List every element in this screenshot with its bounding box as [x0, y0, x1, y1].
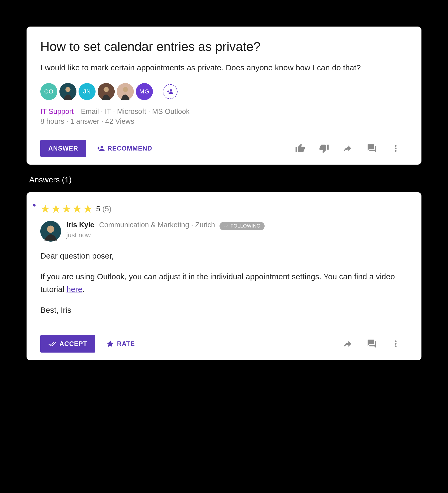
- rating-value: 5: [96, 205, 100, 213]
- accept-icon: [48, 340, 56, 348]
- accept-button[interactable]: ACCEPT: [40, 335, 95, 353]
- following-label: FOLLOWING: [231, 223, 261, 229]
- more-vert-icon: [391, 143, 401, 153]
- recommend-button[interactable]: RECOMMEND: [92, 140, 158, 157]
- more-vert-icon: [391, 339, 401, 349]
- thumbs-down-button[interactable]: [312, 143, 336, 153]
- share-icon: [343, 339, 353, 349]
- question-meta-stats: 8 hours · 1 answer · 42 Views: [40, 117, 408, 126]
- recommend-icon: [97, 144, 105, 152]
- author-dept: Communication & Marketing · Zurich: [99, 221, 215, 229]
- answers-header: Answers (1): [27, 165, 421, 192]
- author-avatar[interactable]: [40, 221, 61, 242]
- answer-button-label: ANSWER: [48, 145, 78, 152]
- answer-button[interactable]: ANSWER: [40, 140, 86, 157]
- author-name[interactable]: Iris Kyle: [66, 221, 94, 229]
- svg-point-3: [104, 87, 109, 92]
- svg-point-7: [47, 225, 54, 233]
- participant-avatar[interactable]: JN: [79, 83, 96, 100]
- question-action-bar: ANSWER RECOMMEND: [27, 132, 421, 165]
- check-icon: [224, 224, 229, 228]
- star-icon: ★: [51, 203, 61, 215]
- thumbs-up-button[interactable]: [288, 143, 312, 153]
- question-meta-tags: IT Support Email · IT · Microsoft · MS O…: [40, 108, 408, 116]
- question-category[interactable]: IT Support: [40, 108, 74, 115]
- participant-avatar[interactable]: CO: [40, 83, 57, 100]
- answer-signoff: Best, Iris: [40, 304, 408, 316]
- star-icon: [106, 340, 114, 348]
- participant-avatar[interactable]: [117, 83, 134, 100]
- star-icon: ★: [72, 203, 82, 215]
- answer-greeting: Dear question poser,: [40, 250, 408, 262]
- rate-button-label: RATE: [117, 340, 135, 348]
- accept-button-label: ACCEPT: [59, 340, 87, 348]
- answer-main-after: .: [82, 285, 84, 294]
- answer-main: If you are using Outlook, you can adjust…: [40, 270, 408, 296]
- star-icon: ★: [83, 203, 93, 215]
- tutorial-link[interactable]: here: [66, 285, 82, 294]
- thumbs-down-icon: [319, 143, 329, 153]
- question-card: How to set calendar entries as private? …: [27, 27, 421, 165]
- answer-card: ★ ★ ★ ★ ★ 5 (5) Iris Kyle Communication …: [27, 192, 421, 360]
- question-title: How to set calendar entries as private?: [40, 39, 408, 54]
- answer-rating: ★ ★ ★ ★ ★ 5 (5): [40, 203, 408, 215]
- recommend-button-label: RECOMMEND: [107, 145, 152, 152]
- comment-button[interactable]: [360, 339, 384, 349]
- more-button[interactable]: [384, 339, 408, 349]
- add-person-icon: [167, 88, 174, 95]
- comment-button[interactable]: [360, 143, 384, 153]
- answer-time: just now: [66, 231, 265, 239]
- svg-point-1: [65, 87, 70, 92]
- share-button[interactable]: [336, 143, 360, 153]
- answer-author-row: Iris Kyle Communication & Marketing · Zu…: [40, 221, 408, 242]
- answer-main-text: If you are using Outlook, you can adjust…: [40, 272, 395, 294]
- participant-avatar[interactable]: [59, 83, 76, 100]
- question-tags: Email · IT · Microsoft · MS Outlook: [81, 108, 189, 115]
- following-badge[interactable]: FOLLOWING: [219, 222, 265, 230]
- share-button[interactable]: [336, 339, 360, 349]
- unread-indicator: [33, 204, 36, 207]
- rating-count: (5): [102, 205, 111, 213]
- avatar-separator: [158, 85, 158, 98]
- avatar-photo: [40, 221, 61, 242]
- participant-avatar[interactable]: [98, 83, 115, 100]
- question-avatars: COJNMG: [40, 83, 408, 100]
- question-body: I would like to mark certain appointment…: [40, 62, 408, 74]
- star-icon: ★: [62, 203, 72, 215]
- more-button[interactable]: [384, 143, 408, 153]
- add-participant-button[interactable]: [163, 84, 178, 99]
- star-icon: ★: [40, 203, 50, 215]
- rate-button[interactable]: RATE: [101, 335, 140, 353]
- comment-icon: [367, 339, 377, 349]
- thumbs-up-icon: [295, 143, 305, 153]
- comment-icon: [367, 143, 377, 153]
- svg-point-5: [123, 87, 128, 92]
- share-icon: [343, 143, 353, 153]
- participant-avatar[interactable]: MG: [136, 83, 153, 100]
- answer-body: Dear question poser, If you are using Ou…: [40, 250, 408, 316]
- answer-action-bar: ACCEPT RATE: [27, 327, 421, 360]
